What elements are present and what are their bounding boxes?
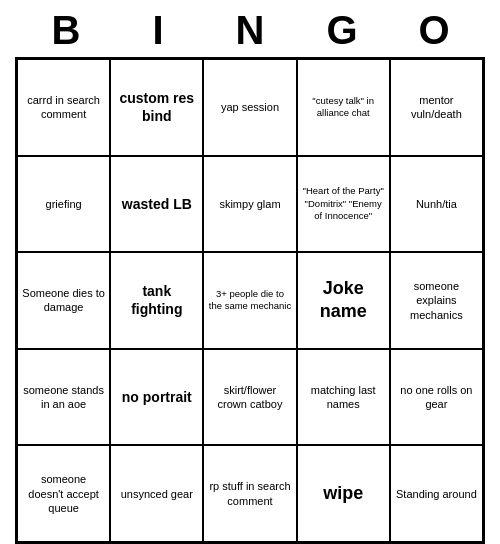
- cell-21: unsynced gear: [110, 445, 203, 542]
- cell-22: rp stuff in search comment: [203, 445, 296, 542]
- cell-10: Someone dies to damage: [17, 252, 110, 349]
- cell-8: "Heart of the Party" "Domitrix" "Enemy o…: [297, 156, 390, 253]
- letter-g: G: [312, 8, 372, 53]
- letter-i: I: [128, 8, 188, 53]
- cell-6: wasted LB: [110, 156, 203, 253]
- bingo-grid: carrd in search commentcustom res bindya…: [15, 57, 485, 544]
- cell-14: someone explains mechanics: [390, 252, 483, 349]
- cell-3: "cutesy talk" in alliance chat: [297, 59, 390, 156]
- cell-19: no one rolls on gear: [390, 349, 483, 446]
- cell-5: griefing: [17, 156, 110, 253]
- cell-24: Standing around: [390, 445, 483, 542]
- cell-2: yap session: [203, 59, 296, 156]
- cell-13: Joke name: [297, 252, 390, 349]
- cell-17: skirt/flower crown catboy: [203, 349, 296, 446]
- cell-23: wipe: [297, 445, 390, 542]
- letter-b: B: [36, 8, 96, 53]
- cell-11: tank fighting: [110, 252, 203, 349]
- cell-18: matching last names: [297, 349, 390, 446]
- cell-1: custom res bind: [110, 59, 203, 156]
- letter-n: N: [220, 8, 280, 53]
- cell-0: carrd in search comment: [17, 59, 110, 156]
- bingo-title-row: B I N G O: [20, 0, 480, 57]
- cell-9: Nunh/tia: [390, 156, 483, 253]
- cell-15: someone stands in an aoe: [17, 349, 110, 446]
- cell-12: 3+ people die to the same mechanic: [203, 252, 296, 349]
- cell-4: mentor vuln/death: [390, 59, 483, 156]
- letter-o: O: [404, 8, 464, 53]
- cell-7: skimpy glam: [203, 156, 296, 253]
- cell-16: no portrait: [110, 349, 203, 446]
- cell-20: someone doesn't accept queue: [17, 445, 110, 542]
